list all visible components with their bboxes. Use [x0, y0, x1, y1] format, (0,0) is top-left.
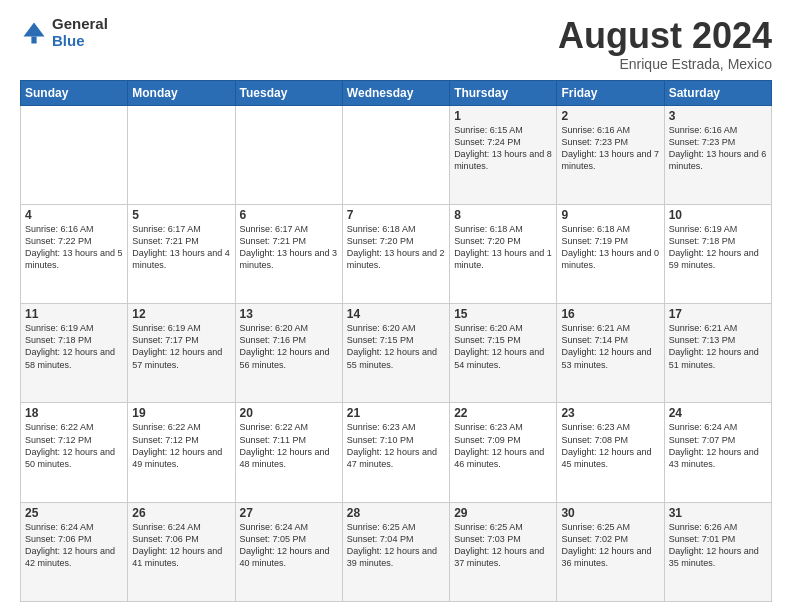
calendar-cell: 3Sunrise: 6:16 AM Sunset: 7:23 PM Daylig…: [664, 105, 771, 204]
day-info: Sunrise: 6:20 AM Sunset: 7:15 PM Dayligh…: [454, 322, 552, 371]
calendar-week-1: 1Sunrise: 6:15 AM Sunset: 7:24 PM Daylig…: [21, 105, 772, 204]
calendar-cell: 8Sunrise: 6:18 AM Sunset: 7:20 PM Daylig…: [450, 204, 557, 303]
day-number: 23: [561, 406, 659, 420]
day-info: Sunrise: 6:25 AM Sunset: 7:04 PM Dayligh…: [347, 521, 445, 570]
logo: General Blue: [20, 16, 108, 49]
day-number: 10: [669, 208, 767, 222]
calendar-cell: 26Sunrise: 6:24 AM Sunset: 7:06 PM Dayli…: [128, 502, 235, 601]
day-number: 28: [347, 506, 445, 520]
title-block: August 2024 Enrique Estrada, Mexico: [558, 16, 772, 72]
calendar-cell: 21Sunrise: 6:23 AM Sunset: 7:10 PM Dayli…: [342, 403, 449, 502]
day-number: 24: [669, 406, 767, 420]
day-info: Sunrise: 6:21 AM Sunset: 7:14 PM Dayligh…: [561, 322, 659, 371]
day-info: Sunrise: 6:15 AM Sunset: 7:24 PM Dayligh…: [454, 124, 552, 173]
day-info: Sunrise: 6:26 AM Sunset: 7:01 PM Dayligh…: [669, 521, 767, 570]
day-number: 15: [454, 307, 552, 321]
day-info: Sunrise: 6:22 AM Sunset: 7:12 PM Dayligh…: [132, 421, 230, 470]
subtitle: Enrique Estrada, Mexico: [558, 56, 772, 72]
day-number: 9: [561, 208, 659, 222]
day-number: 27: [240, 506, 338, 520]
day-number: 19: [132, 406, 230, 420]
calendar-cell: 29Sunrise: 6:25 AM Sunset: 7:03 PM Dayli…: [450, 502, 557, 601]
day-info: Sunrise: 6:25 AM Sunset: 7:03 PM Dayligh…: [454, 521, 552, 570]
main-title: August 2024: [558, 16, 772, 56]
header: General Blue August 2024 Enrique Estrada…: [20, 16, 772, 72]
calendar-cell: 16Sunrise: 6:21 AM Sunset: 7:14 PM Dayli…: [557, 304, 664, 403]
day-info: Sunrise: 6:16 AM Sunset: 7:22 PM Dayligh…: [25, 223, 123, 272]
day-info: Sunrise: 6:17 AM Sunset: 7:21 PM Dayligh…: [132, 223, 230, 272]
logo-blue-text: Blue: [52, 33, 108, 50]
day-info: Sunrise: 6:18 AM Sunset: 7:20 PM Dayligh…: [454, 223, 552, 272]
page: General Blue August 2024 Enrique Estrada…: [0, 0, 792, 612]
day-info: Sunrise: 6:22 AM Sunset: 7:12 PM Dayligh…: [25, 421, 123, 470]
day-number: 21: [347, 406, 445, 420]
day-info: Sunrise: 6:20 AM Sunset: 7:16 PM Dayligh…: [240, 322, 338, 371]
day-number: 26: [132, 506, 230, 520]
header-row: Sunday Monday Tuesday Wednesday Thursday…: [21, 80, 772, 105]
calendar-cell: 6Sunrise: 6:17 AM Sunset: 7:21 PM Daylig…: [235, 204, 342, 303]
calendar-cell: [128, 105, 235, 204]
day-number: 2: [561, 109, 659, 123]
calendar-cell: 5Sunrise: 6:17 AM Sunset: 7:21 PM Daylig…: [128, 204, 235, 303]
calendar-cell: 23Sunrise: 6:23 AM Sunset: 7:08 PM Dayli…: [557, 403, 664, 502]
calendar-cell: 19Sunrise: 6:22 AM Sunset: 7:12 PM Dayli…: [128, 403, 235, 502]
col-tuesday: Tuesday: [235, 80, 342, 105]
day-info: Sunrise: 6:24 AM Sunset: 7:06 PM Dayligh…: [132, 521, 230, 570]
logo-general-text: General: [52, 16, 108, 33]
svg-marker-0: [24, 22, 45, 36]
calendar-week-2: 4Sunrise: 6:16 AM Sunset: 7:22 PM Daylig…: [21, 204, 772, 303]
day-info: Sunrise: 6:17 AM Sunset: 7:21 PM Dayligh…: [240, 223, 338, 272]
day-number: 30: [561, 506, 659, 520]
calendar-cell: 9Sunrise: 6:18 AM Sunset: 7:19 PM Daylig…: [557, 204, 664, 303]
calendar-cell: 17Sunrise: 6:21 AM Sunset: 7:13 PM Dayli…: [664, 304, 771, 403]
day-info: Sunrise: 6:24 AM Sunset: 7:05 PM Dayligh…: [240, 521, 338, 570]
calendar-cell: 13Sunrise: 6:20 AM Sunset: 7:16 PM Dayli…: [235, 304, 342, 403]
calendar-cell: 14Sunrise: 6:20 AM Sunset: 7:15 PM Dayli…: [342, 304, 449, 403]
calendar-week-5: 25Sunrise: 6:24 AM Sunset: 7:06 PM Dayli…: [21, 502, 772, 601]
calendar-cell: 7Sunrise: 6:18 AM Sunset: 7:20 PM Daylig…: [342, 204, 449, 303]
logo-text: General Blue: [52, 16, 108, 49]
calendar-cell: 20Sunrise: 6:22 AM Sunset: 7:11 PM Dayli…: [235, 403, 342, 502]
day-number: 1: [454, 109, 552, 123]
col-saturday: Saturday: [664, 80, 771, 105]
day-info: Sunrise: 6:24 AM Sunset: 7:07 PM Dayligh…: [669, 421, 767, 470]
col-monday: Monday: [128, 80, 235, 105]
day-info: Sunrise: 6:24 AM Sunset: 7:06 PM Dayligh…: [25, 521, 123, 570]
day-number: 22: [454, 406, 552, 420]
day-info: Sunrise: 6:18 AM Sunset: 7:20 PM Dayligh…: [347, 223, 445, 272]
calendar-table: Sunday Monday Tuesday Wednesday Thursday…: [20, 80, 772, 602]
calendar-cell: 24Sunrise: 6:24 AM Sunset: 7:07 PM Dayli…: [664, 403, 771, 502]
day-number: 20: [240, 406, 338, 420]
day-info: Sunrise: 6:20 AM Sunset: 7:15 PM Dayligh…: [347, 322, 445, 371]
calendar-cell: [235, 105, 342, 204]
day-number: 12: [132, 307, 230, 321]
day-number: 25: [25, 506, 123, 520]
calendar-cell: 25Sunrise: 6:24 AM Sunset: 7:06 PM Dayli…: [21, 502, 128, 601]
calendar-cell: 11Sunrise: 6:19 AM Sunset: 7:18 PM Dayli…: [21, 304, 128, 403]
calendar-week-4: 18Sunrise: 6:22 AM Sunset: 7:12 PM Dayli…: [21, 403, 772, 502]
svg-rect-1: [31, 36, 36, 43]
calendar-cell: 22Sunrise: 6:23 AM Sunset: 7:09 PM Dayli…: [450, 403, 557, 502]
calendar-cell: 27Sunrise: 6:24 AM Sunset: 7:05 PM Dayli…: [235, 502, 342, 601]
day-number: 29: [454, 506, 552, 520]
day-number: 3: [669, 109, 767, 123]
col-sunday: Sunday: [21, 80, 128, 105]
calendar-cell: 31Sunrise: 6:26 AM Sunset: 7:01 PM Dayli…: [664, 502, 771, 601]
day-info: Sunrise: 6:23 AM Sunset: 7:08 PM Dayligh…: [561, 421, 659, 470]
col-friday: Friday: [557, 80, 664, 105]
day-number: 11: [25, 307, 123, 321]
col-wednesday: Wednesday: [342, 80, 449, 105]
calendar-cell: 4Sunrise: 6:16 AM Sunset: 7:22 PM Daylig…: [21, 204, 128, 303]
day-info: Sunrise: 6:21 AM Sunset: 7:13 PM Dayligh…: [669, 322, 767, 371]
calendar-header: Sunday Monday Tuesday Wednesday Thursday…: [21, 80, 772, 105]
day-number: 14: [347, 307, 445, 321]
calendar-cell: 12Sunrise: 6:19 AM Sunset: 7:17 PM Dayli…: [128, 304, 235, 403]
day-info: Sunrise: 6:23 AM Sunset: 7:10 PM Dayligh…: [347, 421, 445, 470]
day-info: Sunrise: 6:19 AM Sunset: 7:18 PM Dayligh…: [25, 322, 123, 371]
day-number: 6: [240, 208, 338, 222]
calendar-week-3: 11Sunrise: 6:19 AM Sunset: 7:18 PM Dayli…: [21, 304, 772, 403]
day-info: Sunrise: 6:22 AM Sunset: 7:11 PM Dayligh…: [240, 421, 338, 470]
calendar-body: 1Sunrise: 6:15 AM Sunset: 7:24 PM Daylig…: [21, 105, 772, 601]
day-number: 8: [454, 208, 552, 222]
day-number: 16: [561, 307, 659, 321]
